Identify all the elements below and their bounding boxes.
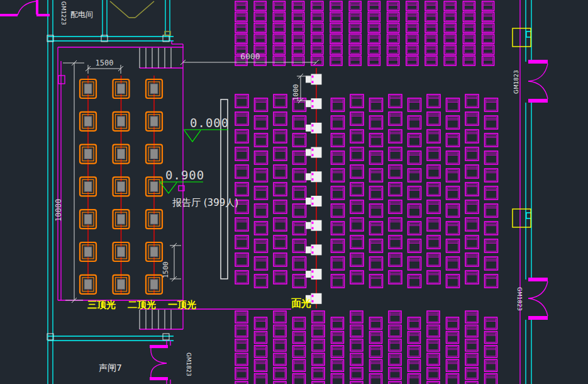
seat (370, 239, 383, 252)
seat (274, 130, 287, 143)
seat (427, 112, 440, 125)
seat (255, 133, 268, 147)
seat-inner (484, 25, 493, 31)
seat-inner (313, 25, 322, 31)
seat (293, 239, 306, 252)
seat (408, 239, 421, 252)
seat (447, 331, 459, 343)
seat (485, 239, 498, 252)
seat-inner (313, 3, 322, 9)
sound-lock-door (150, 341, 170, 384)
face-light-mark (312, 173, 314, 176)
seat (427, 325, 440, 337)
seat (447, 204, 460, 217)
seat (274, 339, 286, 351)
seat (465, 183, 479, 196)
seat (485, 331, 497, 343)
seat (235, 271, 248, 284)
seat-inner (294, 57, 303, 64)
seat (350, 130, 363, 143)
seat (370, 98, 383, 111)
seat-inner (484, 35, 493, 42)
seat (389, 183, 402, 196)
stage-light-lens (84, 247, 92, 257)
seat (312, 353, 325, 365)
label-top-light-2: 二顶光 (128, 299, 156, 310)
seat (370, 116, 383, 129)
seat (485, 116, 498, 129)
seat (485, 133, 498, 147)
seat-inner (350, 25, 360, 31)
seat-inner (313, 57, 322, 64)
seat-inner (445, 57, 455, 64)
floor-plan-drawing: 6000 1500 1000 10000 1500 0.000 (0, 0, 588, 384)
seat (235, 165, 248, 178)
seat (350, 339, 363, 351)
label-face-light: 面光 (291, 297, 311, 309)
seat (408, 257, 421, 270)
seat (274, 311, 286, 323)
seat (465, 147, 479, 161)
seat (350, 353, 363, 365)
seat (255, 274, 268, 288)
stage-light-lens (84, 149, 92, 159)
seat-inner (350, 3, 360, 9)
seat (274, 353, 286, 365)
seat (293, 222, 306, 235)
seat (408, 133, 421, 147)
seat (389, 130, 402, 143)
seat (350, 271, 363, 284)
seat-inner (294, 13, 303, 20)
cad-model-space-viewport[interactable]: 6000 1500 1000 10000 1500 0.000 (0, 0, 588, 384)
face-light-mark (312, 178, 314, 181)
face-light-mark (312, 271, 314, 273)
seat (235, 353, 248, 365)
dim-1000: 1000 (292, 84, 300, 101)
seat (389, 112, 402, 125)
seat-inner (408, 25, 417, 31)
face-light-clamp (306, 100, 311, 107)
seat (350, 311, 363, 323)
seat (331, 204, 345, 217)
stage-light-lens (84, 214, 92, 224)
seat (408, 274, 421, 288)
seat (235, 235, 248, 249)
seat (370, 186, 383, 200)
face-light-mark (312, 227, 314, 230)
seat (255, 222, 268, 235)
seat (447, 239, 460, 252)
seat (293, 317, 306, 329)
face-light-clamp (306, 173, 311, 180)
seat-inner (369, 47, 379, 54)
seat (485, 374, 497, 384)
seat (255, 98, 268, 111)
seat (447, 151, 460, 164)
seat (350, 253, 363, 266)
label-top-light-3: 三顶光 (87, 299, 116, 310)
seat-inner (236, 13, 246, 20)
face-light-clamp (306, 76, 311, 83)
seat (350, 112, 363, 125)
seat (293, 169, 306, 182)
room-label-peidianjian: 配电间 (70, 10, 93, 19)
seat (235, 368, 248, 380)
stage-light-lens (150, 116, 158, 127)
seat (465, 271, 479, 284)
seat (447, 98, 460, 111)
seat-inner (426, 47, 436, 54)
seat (408, 151, 421, 164)
seat (350, 147, 363, 161)
stage-light-lens (118, 149, 125, 159)
seat (389, 325, 401, 337)
seat (485, 346, 497, 358)
seat (370, 317, 382, 329)
stage-light-lens (84, 181, 92, 191)
seat-inner (331, 47, 341, 54)
seat-inner (445, 13, 455, 20)
seat-inner (389, 47, 398, 54)
seat (274, 183, 287, 196)
face-lights (306, 68, 322, 308)
seat (447, 169, 460, 182)
seat-inner (294, 3, 303, 9)
door-label-gm1823-top: GM1823 (513, 70, 519, 94)
